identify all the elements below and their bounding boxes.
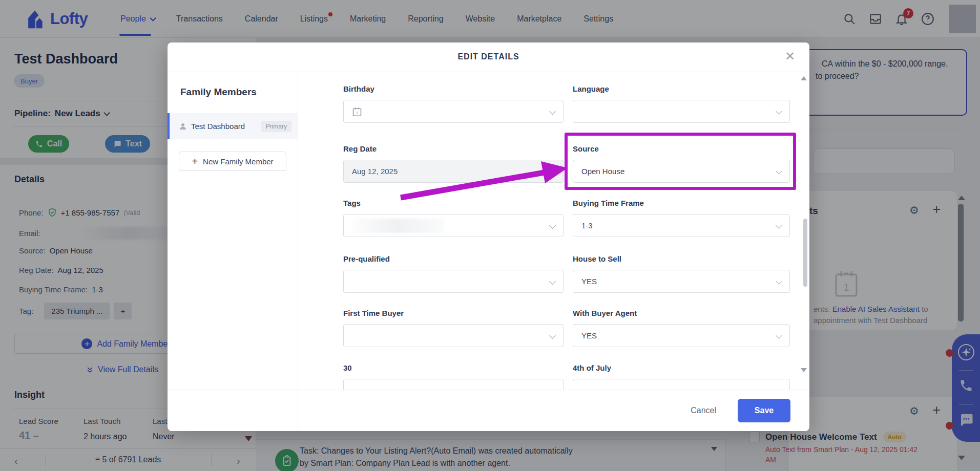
modal-scrollbar-thumb[interactable] bbox=[803, 219, 807, 287]
first-time-buyer-select[interactable] bbox=[343, 324, 564, 347]
chevron-down-icon bbox=[776, 332, 782, 339]
family-member-row[interactable]: Test Dashboard Primary bbox=[168, 113, 298, 139]
with-buyer-agent-select[interactable]: YES bbox=[573, 324, 790, 347]
redacted-tag-chip bbox=[352, 219, 444, 233]
field-label-30: 30 bbox=[343, 363, 564, 372]
family-members-panel: Family Members Test Dashboard Primary + … bbox=[168, 72, 298, 431]
field-label-4th-of-july: 4th of July bbox=[573, 363, 790, 372]
edit-details-modal: EDIT DETAILS ✕ Family Members Test Dashb… bbox=[168, 42, 809, 431]
primary-badge: Primary bbox=[261, 121, 291, 132]
cancel-button[interactable]: Cancel bbox=[691, 406, 716, 415]
field-4th-of-july-select[interactable] bbox=[573, 379, 790, 390]
prequalified-select[interactable] bbox=[343, 270, 564, 293]
field-label-language: Language bbox=[573, 84, 790, 93]
person-icon bbox=[179, 122, 187, 131]
field-label-regdate: Reg Date bbox=[343, 144, 564, 153]
field-label-prequalified: Pre-qualified bbox=[343, 254, 564, 263]
birthday-field[interactable]: 1 bbox=[343, 100, 564, 123]
scroll-up-arrow[interactable] bbox=[801, 76, 807, 80]
family-members-title: Family Members bbox=[180, 87, 257, 98]
house-to-sell-select[interactable]: YES bbox=[573, 270, 790, 293]
modal-header: EDIT DETAILS ✕ bbox=[168, 42, 809, 72]
field-label-tags: Tags bbox=[343, 199, 564, 207]
language-select[interactable] bbox=[573, 100, 790, 123]
source-select[interactable]: Open House bbox=[573, 160, 790, 183]
buying-time-frame-select[interactable]: 1-3 bbox=[573, 214, 790, 237]
field-label-with-buyer-agent: With Buyer Agent bbox=[573, 309, 790, 317]
field-label-house-to-sell: House to Sell bbox=[573, 254, 790, 263]
chevron-down-icon bbox=[776, 222, 782, 229]
field-label-first-time-buyer: First Time Buyer bbox=[343, 309, 564, 317]
modal-footer: Cancel Save bbox=[168, 390, 809, 431]
chevron-down-icon bbox=[776, 168, 782, 175]
field-label-buying-time-frame: Buying Time Frame bbox=[573, 199, 790, 207]
field-label-birthday: Birthday bbox=[343, 84, 564, 93]
regdate-field: Aug 12, 2025 bbox=[343, 160, 564, 183]
chevron-down-icon bbox=[549, 108, 556, 115]
chevron-down-icon bbox=[776, 278, 782, 285]
chevron-down-icon bbox=[776, 108, 782, 115]
svg-text:1: 1 bbox=[356, 111, 358, 115]
modal-title: EDIT DETAILS bbox=[168, 52, 809, 61]
calendar-icon: 1 bbox=[352, 106, 362, 117]
family-member-name: Test Dashboard bbox=[191, 122, 261, 131]
chevron-down-icon bbox=[549, 278, 556, 285]
field-30-select[interactable] bbox=[343, 379, 564, 390]
scroll-down-arrow[interactable] bbox=[801, 368, 807, 372]
chevron-down-icon bbox=[549, 222, 556, 229]
new-family-member-button[interactable]: + New Family Member bbox=[179, 152, 286, 171]
save-button[interactable]: Save bbox=[738, 399, 790, 422]
field-label-source: Source bbox=[573, 144, 790, 153]
plus-icon: + bbox=[192, 156, 198, 167]
tags-select[interactable] bbox=[343, 214, 564, 237]
chevron-down-icon bbox=[549, 332, 556, 339]
edit-details-form: Birthday 1 Language Reg Date Aug bbox=[298, 72, 809, 390]
close-icon[interactable]: ✕ bbox=[785, 50, 795, 62]
